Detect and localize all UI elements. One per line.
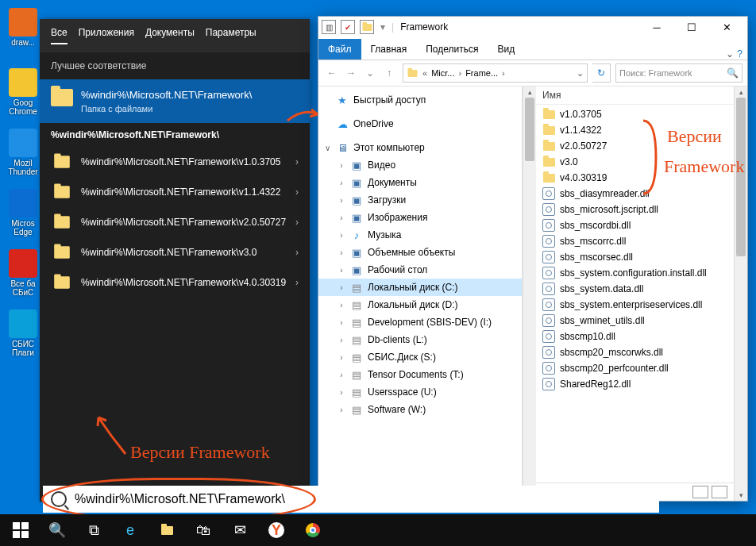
folder-icon xyxy=(543,158,555,167)
tree-node[interactable]: ›▣Документы xyxy=(318,174,522,191)
close-button[interactable]: ✕ xyxy=(709,17,744,37)
ribbon-tab-home[interactable]: Главная xyxy=(361,39,417,60)
search-result[interactable]: %windir%\Microsoft.NET\Framework\v4.0.30… xyxy=(40,267,310,298)
desktop-icon[interactable]: Goog Chrome xyxy=(5,68,41,116)
file-item[interactable]: sbs_mscordbi.dll xyxy=(536,217,734,233)
tree-node[interactable]: ›▣Видео xyxy=(318,156,522,174)
tree-node[interactable]: ›▣Рабочий стол xyxy=(318,261,522,279)
desktop-icon[interactable]: draw... xyxy=(5,8,41,47)
tree-node[interactable]: ›▤Development (SBIS-DEV) (I:) xyxy=(318,313,522,331)
file-item[interactable]: sbs_system.enterpriseservices.dll xyxy=(536,297,734,313)
ribbon-tab-file[interactable]: Файл xyxy=(318,39,361,60)
chevron-right-icon: › xyxy=(295,217,299,228)
taskbar-store-icon[interactable]: 🛍 xyxy=(186,514,221,546)
help-icon[interactable]: ? xyxy=(737,48,742,60)
file-scrollbar[interactable]: ▴▾ xyxy=(734,87,747,501)
file-item[interactable]: sbscmp20_perfcounter.dll xyxy=(536,360,734,376)
taskbar-edge-icon[interactable]: e xyxy=(113,514,148,546)
tree-node[interactable]: ›♪Музыка xyxy=(318,226,522,244)
desktop-icon[interactable]: Mozil Thunder xyxy=(5,129,41,176)
folder-icon xyxy=(543,126,555,135)
search-result[interactable]: %windir%\Microsoft.NET\Framework\v1.0.37… xyxy=(40,147,310,177)
tree-node[interactable]: ›▤Локальный диск (D:) xyxy=(318,296,522,313)
file-item[interactable]: sbs_mscorrc.dll xyxy=(536,233,734,249)
taskbar-search[interactable] xyxy=(43,486,659,513)
nav-up-icon[interactable]: ↑ xyxy=(380,64,398,82)
column-header-name[interactable]: Имя xyxy=(536,87,734,105)
file-item[interactable]: v1.1.4322 xyxy=(536,122,734,138)
tree-node[interactable]: ›▤Db-clients (L:) xyxy=(318,331,522,348)
taskbar-search-icon[interactable]: 🔍 xyxy=(40,514,75,546)
taskbar-explorer-icon[interactable] xyxy=(149,514,184,546)
file-item[interactable]: v2.0.50727 xyxy=(536,138,734,154)
view-details-icon[interactable] xyxy=(692,486,708,498)
nav-forward-icon[interactable]: → xyxy=(342,64,360,82)
tab-settings[interactable]: Параметры xyxy=(206,27,256,44)
explorer-search-input[interactable]: Поиск: Framework 🔍 xyxy=(615,63,742,83)
dll-icon xyxy=(542,219,555,232)
ribbon-collapse-icon[interactable]: ⌄ xyxy=(726,48,734,60)
refresh-button[interactable]: ↻ xyxy=(592,63,611,83)
nav-tree[interactable]: ★Быстрый доступ☁OneDrive∨🖥Этот компьютер… xyxy=(318,87,523,501)
nav-history-icon[interactable]: ⌄ xyxy=(361,64,379,82)
qat-props-icon[interactable]: ▥ xyxy=(322,20,336,34)
tree-node[interactable]: ›▣Объемные объекты xyxy=(318,244,522,261)
best-match-item[interactable]: %windir%\Microsoft.NET\Framework\ Папка … xyxy=(40,79,310,123)
taskbar-yandex-icon[interactable]: Y xyxy=(259,514,294,546)
search-result[interactable]: %windir%\Microsoft.NET\Framework\v3.0› xyxy=(40,237,310,267)
start-button[interactable] xyxy=(3,514,38,546)
crumb-dropdown-icon[interactable]: ⌄ xyxy=(577,68,584,79)
tree-node[interactable]: ∨🖥Этот компьютер xyxy=(318,139,522,156)
file-item[interactable]: v4.0.30319 xyxy=(536,170,734,186)
file-item[interactable]: sbs_microsoft.jscript.dll xyxy=(536,202,734,217)
desktop-icon[interactable]: СБИС Плаги xyxy=(5,310,41,357)
tree-node[interactable]: ›▤СБИС.Диск (S:) xyxy=(318,348,522,366)
file-item[interactable]: sbs_system.configuration.install.dll xyxy=(536,265,734,281)
search-input[interactable] xyxy=(73,491,651,507)
file-item[interactable]: sbs_diasymreader.dll xyxy=(536,186,734,202)
tree-node[interactable]: ›▤Usersspace (U:) xyxy=(318,383,522,401)
tree-node[interactable]: ›▤Software (W:) xyxy=(318,401,522,418)
dll-icon xyxy=(542,251,555,263)
file-item[interactable]: sbs_mscorsec.dll xyxy=(536,249,734,265)
file-item[interactable]: sbs_system.data.dll xyxy=(536,281,734,297)
dll-icon xyxy=(542,346,555,359)
file-item[interactable]: sbs_wminet_utils.dll xyxy=(536,313,734,329)
tree-node[interactable]: ›▤Локальный диск (C:) xyxy=(318,279,522,296)
ribbon-tab-view[interactable]: Вид xyxy=(488,39,524,60)
desktop-icon[interactable]: Micros Edge xyxy=(5,189,41,236)
file-item[interactable]: v1.0.3705 xyxy=(536,106,734,122)
qat-toggle-icon[interactable]: ✔ xyxy=(341,20,355,34)
file-item[interactable]: sbscmp10.dll xyxy=(536,329,734,344)
tree-node[interactable]: ›▤Tensor Documents (T:) xyxy=(318,366,522,383)
minimize-button[interactable]: ─ xyxy=(639,17,674,37)
ribbon-tab-share[interactable]: Поделиться xyxy=(416,39,488,60)
taskbar-chrome-icon[interactable] xyxy=(295,514,330,546)
desktop-icon[interactable]: Все ба СБиС xyxy=(5,249,41,297)
crumb-1[interactable]: Micr... xyxy=(431,68,454,78)
tree-node[interactable]: ☁OneDrive xyxy=(318,115,522,133)
crumb-2[interactable]: Frame... xyxy=(465,68,498,78)
file-item[interactable]: sbscmp20_mscorwks.dll xyxy=(536,344,734,360)
breadcrumb[interactable]: « Micr... › Frame... › ⌄ xyxy=(403,63,588,83)
tab-apps[interactable]: Приложения xyxy=(79,27,134,44)
chevron-right-icon: › xyxy=(295,277,299,288)
file-list[interactable]: v1.0.3705v1.1.4322v2.0.50727v3.0v4.0.303… xyxy=(536,105,734,483)
tab-docs[interactable]: Документы xyxy=(145,27,195,44)
nav-back-icon[interactable]: ← xyxy=(323,64,341,82)
maximize-button[interactable]: ☐ xyxy=(674,17,709,37)
task-view-icon[interactable]: ⧉ xyxy=(76,514,111,546)
search-result[interactable]: %windir%\Microsoft.NET\Framework\v2.0.50… xyxy=(40,207,310,237)
qat-folder-icon[interactable] xyxy=(360,20,374,34)
file-item[interactable]: v3.0 xyxy=(536,154,734,170)
tree-scrollbar[interactable]: ▴▾ xyxy=(523,87,536,501)
tab-all[interactable]: Все xyxy=(51,27,68,44)
search-result[interactable]: %windir%\Microsoft.NET\Framework\v1.1.43… xyxy=(40,177,310,207)
tree-node[interactable]: ›▣Изображения xyxy=(318,209,522,226)
tree-node[interactable]: ★Быстрый доступ xyxy=(318,91,522,109)
tree-node[interactable]: ›▣Загрузки xyxy=(318,191,522,209)
taskbar-mail-icon[interactable]: ✉ xyxy=(222,514,257,546)
titlebar[interactable]: ▥ ✔ ▾ | Framework ─ ☐ ✕ xyxy=(318,17,747,37)
file-item[interactable]: SharedReg12.dll xyxy=(536,376,734,392)
view-icons-icon[interactable] xyxy=(712,486,727,498)
